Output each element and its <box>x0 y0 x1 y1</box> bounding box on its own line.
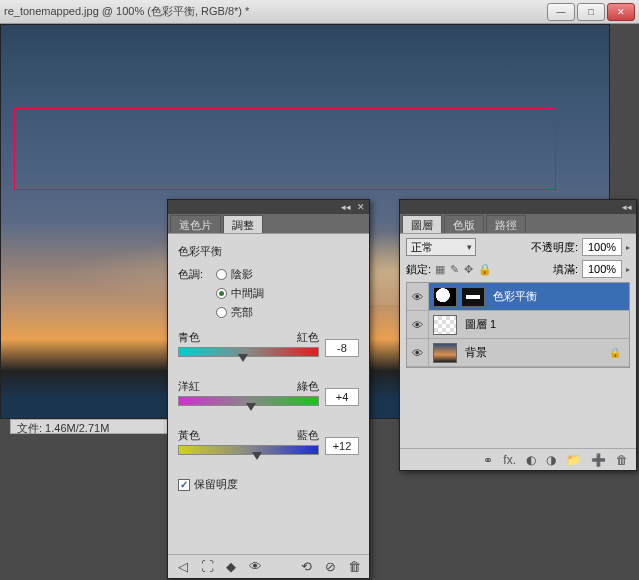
adjust-panel-footer: ◁ ⛶ ◆ 👁 ⟲ ⊘ 🗑 <box>168 554 369 578</box>
adjustment-thumb <box>433 287 457 307</box>
close-button[interactable]: ✕ <box>607 3 635 21</box>
layer-row[interactable]: 👁 圖層 1 <box>407 311 629 339</box>
lock-all-icon[interactable]: 🔒 <box>478 263 492 276</box>
panel-header[interactable]: ◂◂ <box>400 200 636 214</box>
slider-right-label: 紅色 <box>297 330 319 345</box>
expand-icon[interactable]: ⛶ <box>200 560 214 574</box>
minimize-button[interactable]: — <box>547 3 575 21</box>
lock-transparent-icon[interactable]: ▦ <box>435 263 445 276</box>
visibility-icon[interactable]: 👁 <box>248 560 262 574</box>
tone-radio-group: 陰影 中間調 亮部 <box>216 267 264 320</box>
layers-list: 👁 色彩平衡 👁 圖層 1 👁 背景 🔒 <box>406 282 630 368</box>
layers-footer: ⚭ fx. ◐ ◑ 📁 ➕ 🗑 <box>400 448 636 470</box>
lock-label: 鎖定: <box>406 262 431 277</box>
slider-yellow-blue: 黃色 藍色 +12 <box>178 428 359 463</box>
checkbox-icon: ✓ <box>178 479 190 491</box>
layers-panel: ◂◂ 圖層 色版 路徑 正常 不透明度: 100% ▸ 鎖定: ▦ ✎ ✥ 🔒 … <box>399 199 637 471</box>
visibility-toggle[interactable]: 👁 <box>407 311 429 338</box>
slider-cyan-red: 青色 紅色 -8 <box>178 330 359 365</box>
chevron-right-icon[interactable]: ▸ <box>626 243 630 252</box>
slider-magenta-green: 洋紅 綠色 +4 <box>178 379 359 414</box>
maximize-button[interactable]: □ <box>577 3 605 21</box>
slider-value[interactable]: -8 <box>325 339 359 357</box>
radio-highlights[interactable]: 亮部 <box>216 305 264 320</box>
panel-tabs: 遮色片 調整 <box>168 214 369 234</box>
radio-shadows[interactable]: 陰影 <box>216 267 264 282</box>
slider-thumb[interactable] <box>246 403 256 411</box>
radio-icon <box>216 288 227 299</box>
layer-name: 圖層 1 <box>461 317 500 332</box>
panel-header[interactable]: ◂◂ ✕ <box>168 200 369 214</box>
layer-name: 色彩平衡 <box>489 289 541 304</box>
slider-left-label: 洋紅 <box>178 379 200 394</box>
radio-midtones[interactable]: 中間調 <box>216 286 264 301</box>
adjustment-icon[interactable]: ◑ <box>546 453 556 467</box>
layer-row[interactable]: 👁 背景 🔒 <box>407 339 629 367</box>
tab-layers[interactable]: 圖層 <box>402 215 442 233</box>
previous-icon[interactable]: ⟲ <box>299 560 313 574</box>
layer-thumb <box>433 343 457 363</box>
slider-value[interactable]: +4 <box>325 388 359 406</box>
radio-label: 中間調 <box>231 286 264 301</box>
lock-icon: 🔒 <box>609 347 621 358</box>
tab-adjustments[interactable]: 調整 <box>223 215 263 233</box>
panel-body: 色彩平衡 色調: 陰影 中間調 亮部 <box>168 234 369 498</box>
tone-row: 色調: 陰影 中間調 亮部 <box>178 267 359 320</box>
radio-icon <box>216 307 227 318</box>
tab-paths[interactable]: 路徑 <box>486 215 526 233</box>
tone-label: 色調: <box>178 267 212 282</box>
preserve-luminosity[interactable]: ✓ 保留明度 <box>178 477 359 492</box>
new-layer-icon[interactable]: ➕ <box>591 453 606 467</box>
layers-tabs: 圖層 色版 路徑 <box>400 214 636 234</box>
slider-left-label: 黃色 <box>178 428 200 443</box>
group-icon[interactable]: 📁 <box>566 453 581 467</box>
layer-thumb <box>433 315 457 335</box>
slider-left-label: 青色 <box>178 330 200 345</box>
slider-thumb[interactable] <box>252 452 262 460</box>
mask-thumb <box>461 287 485 307</box>
panel-close-icon[interactable]: ✕ <box>357 202 365 212</box>
tab-masks[interactable]: 遮色片 <box>170 215 221 233</box>
radio-icon <box>216 269 227 280</box>
layer-name: 背景 <box>461 345 491 360</box>
adjustments-panel: ◂◂ ✕ 遮色片 調整 色彩平衡 色調: 陰影 中間調 亮部 <box>167 199 370 579</box>
link-icon[interactable]: ⚭ <box>483 453 493 467</box>
fill-label: 填滿: <box>553 262 578 277</box>
lock-pixels-icon[interactable]: ✎ <box>450 263 459 276</box>
slider-thumb[interactable] <box>238 354 248 362</box>
opacity-label: 不透明度: <box>531 240 578 255</box>
slider-right-label: 綠色 <box>297 379 319 394</box>
radio-label: 陰影 <box>231 267 253 282</box>
status-bar: 文件: 1.46M/2.71M <box>10 419 170 434</box>
tab-channels[interactable]: 色版 <box>444 215 484 233</box>
lock-position-icon[interactable]: ✥ <box>464 263 473 276</box>
collapse-icon[interactable]: ◂◂ <box>341 202 351 212</box>
chevron-right-icon[interactable]: ▸ <box>626 265 630 274</box>
reset-icon[interactable]: ⊘ <box>323 560 337 574</box>
adjustment-title: 色彩平衡 <box>178 244 359 259</box>
back-icon[interactable]: ◁ <box>176 560 190 574</box>
window-controls: — □ ✕ <box>547 3 635 21</box>
visibility-toggle[interactable]: 👁 <box>407 339 429 366</box>
trash-icon[interactable]: 🗑 <box>347 560 361 574</box>
collapse-icon[interactable]: ◂◂ <box>622 202 632 212</box>
selection-rectangle[interactable] <box>14 108 556 190</box>
opacity-value[interactable]: 100% <box>582 238 622 256</box>
title-bar: re_tonemapped.jpg @ 100% (色彩平衡, RGB/8*) … <box>0 0 639 24</box>
fill-value[interactable]: 100% <box>582 260 622 278</box>
layers-body: 正常 不透明度: 100% ▸ 鎖定: ▦ ✎ ✥ 🔒 填滿: 100% ▸ 👁 <box>400 234 636 372</box>
document-title: re_tonemapped.jpg @ 100% (色彩平衡, RGB/8*) … <box>4 4 547 19</box>
slider-value[interactable]: +12 <box>325 437 359 455</box>
trash-icon[interactable]: 🗑 <box>616 453 628 467</box>
slider-right-label: 藍色 <box>297 428 319 443</box>
checkbox-label: 保留明度 <box>194 477 238 492</box>
fx-icon[interactable]: fx. <box>503 453 516 467</box>
visibility-toggle[interactable]: 👁 <box>407 283 429 310</box>
blend-opacity-row: 正常 不透明度: 100% ▸ <box>406 238 630 256</box>
mask-icon[interactable]: ◐ <box>526 453 536 467</box>
radio-label: 亮部 <box>231 305 253 320</box>
clip-icon[interactable]: ◆ <box>224 560 238 574</box>
layer-row[interactable]: 👁 色彩平衡 <box>407 283 629 311</box>
blend-mode-select[interactable]: 正常 <box>406 238 476 256</box>
lock-icons: ▦ ✎ ✥ 🔒 <box>435 263 492 276</box>
